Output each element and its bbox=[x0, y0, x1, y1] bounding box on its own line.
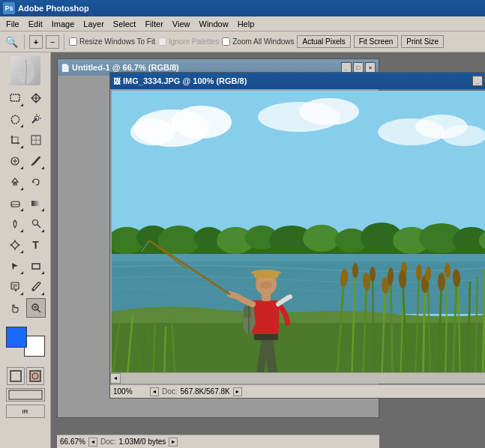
menu-file[interactable]: File bbox=[1, 18, 24, 30]
svg-point-88 bbox=[445, 263, 451, 278]
svg-rect-1 bbox=[10, 94, 19, 101]
marquee-tool[interactable] bbox=[5, 88, 25, 108]
blur-tool[interactable] bbox=[5, 214, 25, 234]
tool-row-8: T bbox=[1, 235, 49, 255]
svg-rect-16 bbox=[11, 282, 19, 289]
bg-window-controls: _ □ × bbox=[341, 62, 376, 73]
menu-filter[interactable]: Filter bbox=[140, 18, 167, 30]
options-sep-1 bbox=[24, 34, 25, 49]
options-bar: 🔍 + − Resize Windows To Fit Ignore Palet… bbox=[0, 31, 485, 52]
bg-status-nav-left[interactable]: ◄ bbox=[88, 438, 97, 447]
crop-tool[interactable] bbox=[5, 130, 25, 150]
healing-brush-tool[interactable] bbox=[5, 151, 25, 171]
ignore-palettes-option[interactable]: Ignore Palettes bbox=[158, 37, 219, 46]
ignore-palettes-checkbox[interactable] bbox=[158, 37, 166, 46]
background-color[interactable] bbox=[24, 336, 45, 357]
tool-modes: IR bbox=[1, 367, 49, 418]
main-area: T bbox=[0, 52, 485, 448]
brush-tool[interactable] bbox=[26, 151, 46, 171]
color-swatches[interactable] bbox=[6, 327, 45, 357]
svg-rect-28 bbox=[9, 390, 42, 399]
hand-tool[interactable] bbox=[5, 298, 25, 318]
foreground-color[interactable] bbox=[6, 327, 27, 348]
main-window-titlebar[interactable]: 🖼 IMG_3334.JPG @ 100% (RGB/8) _ □ × bbox=[110, 73, 485, 89]
zoom-tool[interactable] bbox=[26, 298, 46, 318]
main-minimize-btn[interactable]: _ bbox=[472, 76, 483, 86]
bg-window-status: 66.67% ◄ Doc: 1.03M/0 bytes ► bbox=[57, 435, 379, 448]
horizontal-scrollbar[interactable]: ◄ ► bbox=[110, 372, 485, 383]
main-zoom-level: 100% bbox=[113, 387, 147, 396]
svg-point-32 bbox=[130, 118, 175, 145]
feather-icon bbox=[10, 55, 40, 85]
gradient-tool[interactable] bbox=[26, 193, 46, 213]
tool-row-4 bbox=[1, 151, 49, 171]
scroll-track-h[interactable] bbox=[121, 373, 485, 384]
zoom-all-windows-option[interactable]: Zoom All Windows bbox=[222, 37, 294, 46]
jump-to-imageready[interactable]: IR bbox=[6, 405, 45, 418]
zoom-out-btn[interactable]: − bbox=[46, 35, 59, 49]
tool-row-11 bbox=[1, 298, 49, 318]
menu-select[interactable]: Select bbox=[109, 18, 141, 30]
tool-row-10 bbox=[1, 277, 49, 297]
magic-wand-tool[interactable] bbox=[26, 109, 46, 129]
menu-image[interactable]: Image bbox=[47, 18, 79, 30]
pen-tool[interactable] bbox=[5, 235, 25, 255]
canvas[interactable] bbox=[112, 91, 485, 383]
menu-edit[interactable]: Edit bbox=[24, 18, 47, 30]
eraser-tool[interactable] bbox=[5, 193, 25, 213]
app-icon: Ps bbox=[3, 2, 15, 14]
svg-point-13 bbox=[32, 220, 37, 225]
dodge-tool[interactable] bbox=[26, 214, 46, 234]
notes-tool[interactable] bbox=[5, 277, 25, 297]
lasso-tool[interactable] bbox=[5, 109, 25, 129]
standard-mode[interactable] bbox=[7, 367, 25, 385]
tool-row-9 bbox=[1, 256, 49, 276]
bg-maximize-btn[interactable]: □ bbox=[353, 62, 364, 73]
bg-window-title-left: 📄 Untitled-1 @ 66.7% (RGB/8) bbox=[61, 63, 179, 72]
app-title: Adobe Photoshop bbox=[18, 4, 89, 13]
menu-view[interactable]: View bbox=[168, 18, 195, 30]
bg-doc-info-label: Doc: bbox=[100, 438, 116, 446]
history-brush-tool[interactable] bbox=[26, 172, 46, 192]
menu-help[interactable]: Help bbox=[233, 18, 259, 30]
workspace: 📄 Untitled-1 @ 66.7% (RGB/8) _ □ × 🖼 IMG… bbox=[51, 52, 485, 448]
type-tool[interactable]: T bbox=[26, 235, 46, 255]
toolbox-logo bbox=[1, 55, 49, 85]
path-select-tool[interactable] bbox=[5, 256, 25, 276]
screen-mode-row bbox=[6, 388, 45, 402]
tool-row-1 bbox=[1, 88, 49, 108]
tool-row-6 bbox=[1, 193, 49, 213]
fit-screen-btn[interactable]: Fit Screen bbox=[354, 35, 399, 48]
menu-window[interactable]: Window bbox=[195, 18, 233, 30]
main-doc-info: 567.8K/567.8K bbox=[181, 387, 230, 396]
shape-tool[interactable] bbox=[26, 256, 46, 276]
menu-bar: File Edit Image Layer Select Filter View… bbox=[0, 16, 485, 31]
zoom-in-btn[interactable]: + bbox=[29, 35, 43, 49]
zoom-all-windows-checkbox[interactable] bbox=[222, 37, 230, 46]
screen-mode-btn[interactable] bbox=[6, 388, 45, 402]
scroll-left-btn[interactable]: ◄ bbox=[110, 373, 121, 384]
status-nav-left[interactable]: ◄ bbox=[150, 387, 159, 396]
bg-minimize-btn[interactable]: _ bbox=[341, 62, 352, 73]
actual-pixels-btn[interactable]: Actual Pixels bbox=[297, 35, 350, 48]
bg-zoom-level: 66.67% bbox=[60, 438, 85, 446]
slice-tool[interactable] bbox=[26, 130, 46, 150]
zoom-tool-icon[interactable]: 🔍 bbox=[3, 34, 19, 50]
eyedropper-tool[interactable] bbox=[26, 277, 46, 297]
tool-row-3 bbox=[1, 130, 49, 150]
main-window-title-left: 🖼 IMG_3334.JPG @ 100% (RGB/8) bbox=[113, 76, 247, 85]
svg-point-87 bbox=[438, 273, 445, 291]
quick-mask-mode[interactable] bbox=[26, 367, 44, 385]
status-nav-right[interactable]: ► bbox=[233, 387, 242, 396]
resize-windows-option[interactable]: Resize Windows To Fit bbox=[69, 37, 155, 46]
print-size-btn[interactable]: Print Size bbox=[401, 35, 444, 48]
move-tool[interactable] bbox=[26, 88, 46, 108]
svg-rect-97 bbox=[244, 306, 251, 318]
menu-layer[interactable]: Layer bbox=[79, 18, 109, 30]
bg-status-nav-right[interactable]: ► bbox=[169, 438, 178, 447]
clone-stamp-tool[interactable] bbox=[5, 172, 25, 192]
resize-windows-checkbox[interactable] bbox=[69, 37, 77, 46]
main-window-title: IMG_3334.JPG @ 100% (RGB/8) bbox=[123, 76, 247, 85]
bg-close-btn[interactable]: × bbox=[365, 62, 376, 73]
main-doc-window: 🖼 IMG_3334.JPG @ 100% (RGB/8) _ □ × bbox=[109, 72, 485, 399]
